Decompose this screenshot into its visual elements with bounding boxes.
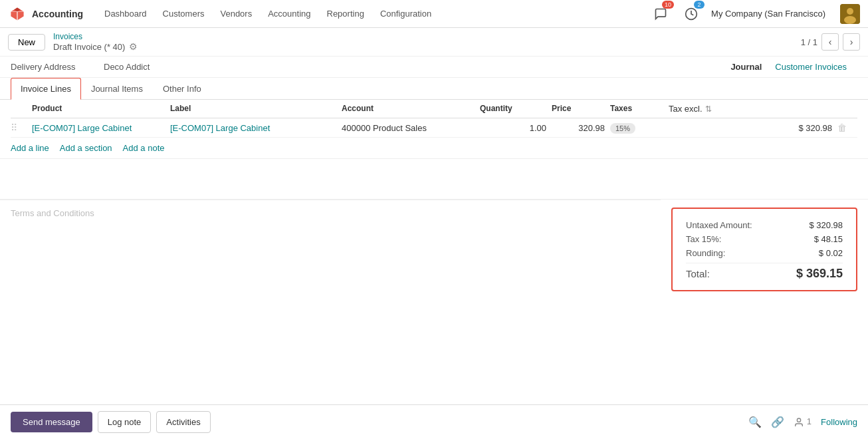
messages-icon-btn[interactable]: 10 [650, 3, 671, 25]
sort-icon: ⇅ [705, 104, 712, 114]
totals-box: Untaxed Amount: $ 320.98 Tax 15%: $ 48.1… [671, 208, 857, 291]
prev-page-button[interactable]: ‹ [821, 33, 839, 51]
content-wrapper: Delivery Address Deco Addict Journal Cus… [0, 57, 868, 438]
terms-totals-section: Terms and Conditions Untaxed Amount: $ 3… [0, 199, 868, 305]
activities-button[interactable]: Activities [156, 411, 210, 433]
tax-amount: $ 48.15 [814, 234, 843, 244]
action-bar: New Invoices Draft Invoice (* 40) ⚙ 1 / … [0, 28, 868, 57]
breadcrumb-current: Draft Invoice (* 40) [53, 42, 125, 52]
breadcrumb-parent[interactable]: Invoices [53, 32, 138, 41]
follower-count: 1 [794, 416, 812, 428]
price-cell[interactable]: 320.98 [552, 123, 605, 133]
breadcrumb: Invoices Draft Invoice (* 40) ⚙ [53, 32, 138, 52]
add-line-button[interactable]: Add a line [11, 143, 49, 153]
nav-vendors[interactable]: Vendors [212, 0, 260, 28]
untaxed-row: Untaxed Amount: $ 320.98 [686, 218, 843, 232]
attachment-icon[interactable]: 🔗 [771, 416, 784, 428]
pagination: 1 / 1 ‹ › [801, 33, 860, 51]
bottom-bar: Send message Log note Activities 🔍 🔗 1 F… [0, 404, 868, 438]
journal-section: Journal Customer Invoices [730, 62, 857, 72]
add-line-row: Add a line Add a section Add a note [0, 138, 868, 159]
tab-other-info[interactable]: Other Info [153, 78, 211, 100]
invoice-lines-table: Product Label Account Quantity Price Tax… [0, 100, 868, 138]
svg-point-8 [844, 16, 856, 24]
following-button[interactable]: Following [821, 417, 857, 427]
send-message-button[interactable]: Send message [11, 412, 92, 432]
delivery-value: Deco Addict [104, 62, 150, 72]
tax-label: Tax 15%: [686, 234, 721, 244]
messages-badge: 10 [662, 1, 674, 9]
journal-label: Journal [730, 62, 762, 72]
pagination-text: 1 / 1 [801, 37, 817, 47]
add-note-button[interactable]: Add a note [123, 143, 165, 153]
taxes-col-header: Taxes [610, 104, 663, 114]
nav-customers[interactable]: Customers [155, 0, 213, 28]
avatar[interactable] [840, 4, 860, 24]
company-name: My Company (San Francisco) [711, 9, 825, 19]
account-col-header: Account [342, 104, 475, 114]
bottom-right: 🔍 🔗 1 Following [748, 416, 857, 428]
nav-brand: Accounting [32, 9, 83, 19]
tab-invoice-lines[interactable]: Invoice Lines [11, 78, 81, 100]
search-bottom-icon[interactable]: 🔍 [748, 416, 762, 428]
product-cell[interactable]: [E-COM07] Large Cabinet [32, 123, 165, 133]
delivery-journal-row: Delivery Address Deco Addict Journal Cus… [0, 57, 868, 78]
add-section-button[interactable]: Add a section [60, 143, 112, 153]
product-col-header: Product [32, 104, 165, 114]
label-cell[interactable]: [E-COM07] Large Cabinet [170, 123, 336, 133]
log-note-button[interactable]: Log note [98, 411, 152, 433]
settings-icon[interactable]: ⚙ [129, 41, 138, 52]
drag-col-header [11, 104, 27, 114]
untaxed-label: Untaxed Amount: [686, 220, 752, 230]
tax-row: Tax 15%: $ 48.15 [686, 232, 843, 246]
untaxed-amount: $ 320.98 [809, 220, 843, 230]
rounding-label: Rounding: [686, 248, 725, 258]
drag-handle[interactable]: ⠿ [11, 122, 27, 133]
new-button[interactable]: New [8, 34, 45, 51]
alerts-icon-btn[interactable]: 2 [681, 3, 702, 25]
nav-dashboard[interactable]: Dashboard [96, 0, 155, 28]
tax-excl-col-header: Tax excl. ⇅ [669, 104, 832, 114]
quantity-cell[interactable]: 1.00 [480, 123, 546, 133]
svg-point-9 [798, 418, 801, 422]
table-header: Product Label Account Quantity Price Tax… [11, 100, 857, 118]
total-amount: $ 369.15 [796, 267, 843, 281]
label-col-header: Label [170, 104, 336, 114]
svg-point-7 [847, 8, 853, 15]
journal-value[interactable]: Customer Invoices [775, 62, 847, 72]
nav-accounting[interactable]: Accounting [260, 0, 318, 28]
price-col-header: Price [552, 104, 605, 114]
table-row: ⠿ [E-COM07] Large Cabinet [E-COM07] Larg… [11, 118, 857, 138]
quantity-col-header: Quantity [480, 104, 546, 114]
total-label: Total: [686, 268, 710, 279]
terms-area: Terms and Conditions [0, 200, 661, 305]
delete-col-header [837, 104, 857, 114]
total-row: Total: $ 369.15 [686, 263, 843, 281]
nav-configuration[interactable]: Configuration [372, 0, 439, 28]
tabs: Invoice Lines Journal Items Other Info [0, 78, 868, 100]
terms-placeholder[interactable]: Terms and Conditions [11, 208, 94, 218]
tax-excl-cell: $ 320.98 [669, 123, 832, 133]
next-page-button[interactable]: › [843, 33, 860, 51]
alerts-badge: 2 [694, 1, 705, 9]
totals-section: Untaxed Amount: $ 320.98 Tax 15%: $ 48.1… [661, 200, 868, 305]
delete-row-button[interactable]: 🗑 [837, 122, 857, 133]
nav-icons: 10 2 My Company (San Francisco) [650, 3, 860, 25]
account-cell[interactable]: 400000 Product Sales [342, 123, 475, 133]
tax-badge[interactable]: 15% [610, 123, 635, 134]
rounding-row: Rounding: $ 0.02 [686, 246, 843, 260]
tax-badge-cell: 15% [610, 123, 663, 133]
spacer [0, 159, 868, 199]
navbar: Accounting Dashboard Customers Vendors A… [0, 0, 868, 28]
app-logo [8, 5, 27, 23]
nav-reporting[interactable]: Reporting [319, 0, 372, 28]
rounding-amount: $ 0.02 [819, 248, 843, 258]
tab-journal-items[interactable]: Journal Items [81, 78, 153, 100]
delivery-label: Delivery Address [11, 62, 104, 72]
